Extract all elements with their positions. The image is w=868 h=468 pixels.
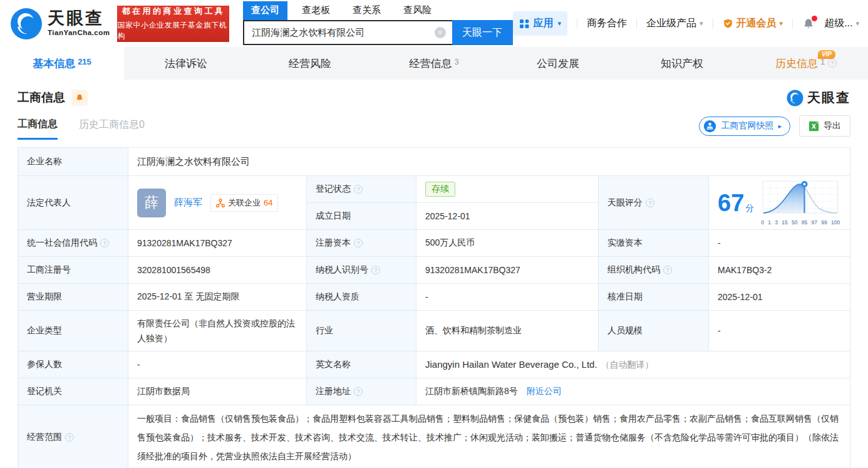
tab-count: 215: [78, 57, 91, 66]
tab-operating-info[interactable]: 经营信息 3: [372, 47, 496, 80]
grid-icon: [519, 19, 529, 29]
paid-capital-label: 实缴资本: [599, 230, 709, 257]
business-info-table: 企业名称 江阴海澜之水饮料有限公司 法定代表人 薛 薛海军: [18, 147, 850, 468]
reg-capital-label: 注册资本?: [307, 230, 416, 257]
tab-basic-info[interactable]: 基本信息 215: [0, 47, 124, 80]
taxpayer-quality-value: -: [416, 284, 599, 311]
search-tab-relation[interactable]: 查关系: [344, 1, 389, 20]
credit-code-value: 91320281MAK17BQ327: [128, 230, 307, 257]
nav-open-vip[interactable]: 开通会员 ▾: [723, 17, 783, 30]
search-input[interactable]: [252, 28, 434, 38]
english-name-label: 英文名称: [307, 351, 416, 378]
tab-operating-risk[interactable]: 经营风险: [248, 47, 372, 80]
section-title: 工商信息: [18, 90, 65, 106]
divider: [577, 19, 577, 29]
brand-name: 天眼查: [48, 10, 110, 27]
search-tab-boss[interactable]: 查老板: [294, 1, 338, 20]
table-row: 登记机关 江阴市数据局 注册地址? 江阴市新桥镇陶新路8号 附近公司: [18, 378, 850, 405]
table-row: 工商注册号 320281001565498 纳税人识别号? 91320281MA…: [18, 257, 850, 284]
company-name-value: 江阴海澜之水饮料有限公司: [128, 148, 850, 176]
pin-marker: [802, 181, 808, 187]
business-term-label: 营业期限: [18, 284, 128, 311]
subtab-business-info[interactable]: 工商信息: [18, 118, 58, 140]
question-icon[interactable]: ?: [354, 387, 363, 396]
approval-date-value: 2025-12-01: [709, 284, 850, 311]
taxpayer-quality-label: 纳税人资质: [307, 284, 416, 311]
taxpayer-id-label: 纳税人识别号?: [307, 257, 416, 284]
legal-rep-cell: 薛 薛海军 关联企业 64: [128, 176, 307, 230]
reg-authority-value: 江阴市数据局: [128, 378, 307, 405]
reg-capital-value: 500万人民币: [416, 230, 599, 257]
nearby-companies-link[interactable]: 附近公司: [527, 386, 562, 396]
monitor-bell-button[interactable]: [71, 90, 88, 106]
divider: [713, 19, 713, 29]
promo-banner: 都在用的商业查询工具 国家中小企业发展子基金旗下机构: [117, 6, 229, 42]
notification-dot: [812, 16, 817, 21]
search-tab-risk[interactable]: 查风险: [395, 1, 440, 20]
table-row: 营业期限 2025-12-01 至 无固定期限 纳税人资质 - 核准日期 202…: [18, 284, 850, 311]
tab-count: 3: [454, 57, 458, 66]
staff-size-value: -: [709, 311, 850, 351]
org-code-label: 组织机构代码?: [599, 257, 709, 284]
business-scope-value: 一般项目：食品销售（仅销售预包装食品）；食品用塑料包装容器工具制品销售；塑料制品…: [128, 405, 850, 468]
table-row: 企业名称 江阴海澜之水饮料有限公司: [18, 148, 850, 176]
nav-enterprise-products[interactable]: 企业级产品 ▾: [646, 17, 703, 30]
content: 工商信息 天眼查 工商信息 历史工商信息0: [0, 89, 868, 468]
tianyancha-logo[interactable]: 天眼查 TianYanCha.com: [10, 8, 110, 40]
nav-business-cooperation[interactable]: 商务合作: [587, 17, 627, 30]
table-row: 参保人数 - 英文名称 Jiangyin Hailan Water Bevera…: [18, 351, 850, 378]
search-block: 查公司 查老板 查关系 查风险 × 天眼一下: [243, 2, 512, 45]
question-icon[interactable]: ?: [354, 239, 363, 247]
question-icon[interactable]: ?: [354, 185, 363, 194]
table-row: 统一社会信用代码? 91320281MAK17BQ327 注册资本? 500万人…: [18, 230, 850, 257]
tab-intellectual-property[interactable]: 知识产权: [620, 47, 744, 80]
reg-status-label: 登记状态?: [307, 176, 416, 203]
search-tabs: 查公司 查老板 查关系 查风险: [243, 2, 512, 20]
status-badge: 存续: [425, 182, 455, 197]
org-code-value: MAK17BQ3-2: [709, 257, 850, 284]
stamp-icon: [703, 120, 716, 133]
header: 天眼查 TianYanCha.com 都在用的商业查询工具 国家中小企业发展子基…: [0, 0, 868, 47]
apps-menu[interactable]: 应用 ▾: [513, 11, 568, 36]
legal-rep-avatar[interactable]: 薛: [137, 189, 166, 217]
english-name-value: Jiangyin Hailan Water Beverage Co., Ltd.…: [416, 351, 850, 378]
search-tab-company[interactable]: 查公司: [243, 1, 287, 20]
insured-value: -: [128, 351, 307, 378]
tianyancha-company-page: 天眼查 TianYanCha.com 都在用的商业查询工具 国家中小企业发展子基…: [0, 0, 868, 468]
score-unit: 分: [745, 203, 754, 213]
establish-date-label: 成立日期: [307, 203, 416, 230]
excel-icon: [809, 121, 819, 132]
official-snapshot-button[interactable]: 工商官网快照 ▸: [699, 117, 790, 136]
brand-name: 天眼查: [807, 89, 850, 107]
nav-account-menu[interactable]: 超级... ▾: [824, 17, 859, 30]
related-companies-badge[interactable]: 关联企业 64: [210, 194, 278, 212]
search-button[interactable]: 天眼一下: [452, 20, 513, 45]
tianyancha-logo-icon: [10, 8, 43, 40]
question-icon[interactable]: ?: [65, 433, 74, 442]
subtab-history-business-info[interactable]: 历史工商信息0: [79, 118, 145, 138]
tab-legal-lawsuits[interactable]: 法律诉讼: [124, 47, 248, 80]
arrow-right-icon: ▸: [778, 122, 782, 130]
apps-label: 应用: [534, 17, 554, 30]
caret-down-icon: ▾: [558, 19, 562, 28]
establish-date-value: 2025-12-01: [416, 203, 599, 230]
question-icon[interactable]: ?: [663, 266, 672, 274]
header-nav: 应用 ▾ 商务合作 企业级产品 ▾ 开通会员 ▾: [513, 11, 859, 36]
reg-authority-label: 登记机关: [18, 378, 128, 405]
taxpayer-id-value: 91320281MAK17BQ327: [416, 257, 599, 284]
tab-history-info[interactable]: VIP 历史信息 1 ?: [744, 47, 868, 80]
clear-icon[interactable]: ×: [435, 27, 446, 38]
table-row: 法定代表人 薛 薛海军: [18, 176, 850, 203]
org-chart-icon: [216, 199, 225, 207]
question-icon[interactable]: ?: [646, 199, 654, 207]
question-icon[interactable]: ?: [100, 239, 109, 247]
legal-rep-link[interactable]: 薛海军: [174, 197, 202, 209]
business-scope-label: 经营范围?: [18, 405, 128, 468]
notifications-bell[interactable]: [802, 18, 815, 30]
tab-company-development[interactable]: 公司发展: [496, 47, 620, 80]
question-icon[interactable]: ?: [371, 266, 380, 274]
address-label: 注册地址?: [307, 378, 416, 405]
question-icon[interactable]: ?: [828, 59, 837, 68]
credit-code-label: 统一社会信用代码?: [18, 230, 128, 257]
export-button[interactable]: 导出: [799, 115, 850, 137]
